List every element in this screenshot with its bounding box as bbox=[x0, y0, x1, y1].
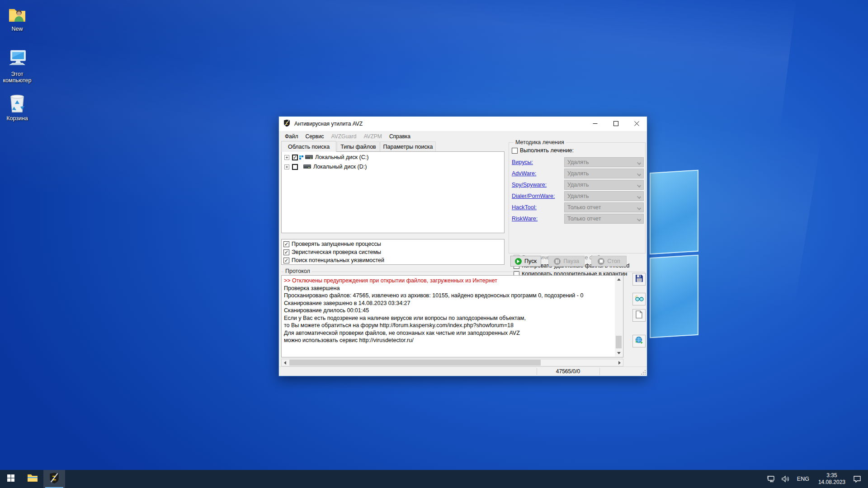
scan-option-row[interactable]: ✓ Проверять запущенные процессы bbox=[283, 240, 504, 248]
treatment-groupbox: Методика лечения Выполнять лечение: Виру… bbox=[509, 142, 646, 253]
menu-bar: Файл Сервис AVZGuard AVZPM Справка bbox=[279, 131, 647, 141]
desktop-icon-label: New bbox=[0, 26, 38, 32]
scan-option-row[interactable]: ✓ Эвристическая проверка системы bbox=[283, 249, 504, 256]
scan-option-row[interactable]: ✓ Поиск потенциальных уязвимостей bbox=[283, 257, 504, 264]
avz-shield-icon: Z bbox=[283, 119, 291, 129]
scan-option-label: Проверять запущенные процессы bbox=[292, 241, 381, 247]
user-folder-icon bbox=[0, 5, 38, 24]
dialer-pornware-link[interactable]: Dialer/PornWare: bbox=[512, 193, 555, 199]
perform-treatment-row[interactable]: Выполнять лечение: bbox=[512, 147, 574, 154]
file-explorer-taskbar-button[interactable] bbox=[22, 470, 43, 488]
resize-grip[interactable] bbox=[641, 370, 646, 375]
recycle-bin-icon bbox=[0, 93, 38, 114]
desktop-icon-label: Этот компьютер bbox=[0, 71, 38, 84]
vertical-scrollbar[interactable] bbox=[615, 276, 623, 357]
clock[interactable]: 3:35 14.08.2023 bbox=[815, 472, 849, 486]
wallpaper-light-beam bbox=[0, 0, 796, 133]
menu-help[interactable]: Справка bbox=[386, 132, 414, 141]
clock-time: 3:35 bbox=[818, 472, 845, 479]
check-processes-checkbox[interactable]: ✓ bbox=[283, 241, 289, 247]
folder-icon bbox=[27, 474, 38, 484]
horizontal-scrollbar[interactable] bbox=[281, 359, 623, 366]
scroll-down-icon[interactable] bbox=[615, 350, 623, 357]
minimize-button[interactable] bbox=[585, 117, 605, 131]
wallpaper-logo-pane bbox=[650, 255, 698, 338]
chevron-down-icon bbox=[637, 172, 641, 176]
avz-taskbar-button[interactable]: Z bbox=[43, 470, 65, 488]
perform-treatment-label: Выполнять лечение: bbox=[520, 147, 574, 154]
clear-log-button[interactable] bbox=[632, 309, 646, 322]
menu-avzguard: AVZGuard bbox=[328, 132, 360, 141]
dialer-action-select: Удалять bbox=[564, 191, 644, 201]
vulnerability-search-checkbox[interactable]: ✓ bbox=[283, 258, 289, 263]
tab-file-types[interactable]: Типы файлов bbox=[337, 141, 380, 151]
expand-plus-icon[interactable] bbox=[284, 155, 289, 160]
chevron-down-icon bbox=[637, 217, 641, 221]
action-center-icon[interactable] bbox=[851, 470, 863, 488]
menu-service[interactable]: Сервис bbox=[302, 132, 328, 141]
save-log-button[interactable] bbox=[632, 273, 646, 286]
scan-option-label: Эвристическая проверка системы bbox=[292, 249, 381, 255]
expand-plus-icon[interactable] bbox=[284, 164, 289, 169]
perform-treatment-checkbox[interactable] bbox=[512, 148, 518, 154]
log-line: Для автоматической проверки файлов, не о… bbox=[284, 329, 613, 337]
tree-item-drive-d[interactable]: Локальный диск (D:) bbox=[284, 163, 504, 171]
vertical-scroll-thumb[interactable] bbox=[616, 336, 622, 348]
tab-search-area[interactable]: Область поиска bbox=[281, 141, 336, 152]
log-line: Просканировано файлов: 47565, извлечено … bbox=[284, 292, 613, 300]
start-button-taskbar[interactable] bbox=[0, 470, 22, 488]
web-service-button[interactable] bbox=[632, 335, 646, 347]
advware-action-select: Удалять bbox=[564, 169, 644, 178]
taskbar: Z ENG 3:35 14.08.2023 bbox=[0, 470, 868, 488]
desktop-icon-this-pc[interactable]: Этот компьютер bbox=[0, 49, 38, 84]
globe-sync-icon bbox=[635, 336, 643, 346]
avz-shield-icon: Z bbox=[48, 472, 60, 486]
heuristic-check-checkbox[interactable]: ✓ bbox=[283, 249, 289, 255]
menu-file[interactable]: Файл bbox=[281, 132, 302, 141]
close-button[interactable] bbox=[626, 117, 647, 131]
network-icon[interactable] bbox=[764, 470, 777, 488]
pause-icon bbox=[554, 258, 561, 265]
scroll-up-icon[interactable] bbox=[615, 276, 623, 283]
tree-item-drive-c[interactable]: ✓ Локальный диск (C:) bbox=[284, 153, 504, 161]
status-bar: 47565/0/0 bbox=[279, 366, 647, 376]
log-line: Сканирование длилось 00:01:45 bbox=[284, 307, 613, 314]
partial-selection-icon bbox=[299, 155, 303, 160]
desktop-icon-label: Корзина bbox=[0, 115, 38, 122]
play-icon bbox=[515, 258, 522, 265]
volume-icon[interactable] bbox=[779, 470, 792, 488]
language-indicator[interactable]: ENG bbox=[793, 476, 813, 482]
view-log-button[interactable] bbox=[632, 293, 646, 305]
desktop-icon-recycle-bin[interactable]: Корзина bbox=[0, 93, 38, 122]
scroll-right-icon[interactable] bbox=[616, 359, 623, 366]
maximize-button[interactable] bbox=[605, 117, 626, 131]
log-line: Сканирование завершено в 14.08.2023 03:3… bbox=[284, 300, 613, 307]
protocol-title: Протокол bbox=[283, 268, 312, 274]
desktop-icon-new[interactable]: New bbox=[0, 5, 38, 32]
log-line: можно использовать сервис http://virusde… bbox=[284, 337, 613, 344]
riskware-link[interactable]: RiskWare: bbox=[512, 216, 538, 222]
start-button[interactable]: Пуск bbox=[510, 256, 541, 267]
protocol-log[interactable]: >> Отключены предупреждения при открытии… bbox=[281, 275, 623, 357]
stop-icon bbox=[598, 258, 604, 265]
viruses-link[interactable]: Вирусы: bbox=[512, 159, 533, 165]
viruses-action-select: Удалять bbox=[564, 157, 644, 167]
tab-search-params[interactable]: Параметры поиска bbox=[380, 141, 436, 151]
riskware-action-select: Только отчет bbox=[564, 214, 644, 224]
protocol-group-line bbox=[281, 272, 645, 272]
advware-link[interactable]: AdvWare: bbox=[512, 170, 536, 177]
windows-logo-icon bbox=[7, 474, 14, 483]
hacktool-link[interactable]: HackTool: bbox=[512, 204, 537, 211]
spyware-link[interactable]: Spy/Spyware: bbox=[512, 182, 547, 188]
disk-drive-icon bbox=[303, 164, 311, 170]
glasses-icon bbox=[635, 295, 644, 304]
drive-c-checkbox[interactable]: ✓ bbox=[292, 155, 298, 160]
blank-document-icon bbox=[636, 310, 642, 320]
log-line: то Вы можете обратиться на форум http://… bbox=[284, 322, 613, 329]
scroll-left-icon[interactable] bbox=[282, 359, 288, 366]
horizontal-scroll-thumb[interactable] bbox=[289, 360, 541, 366]
drive-d-checkbox[interactable] bbox=[292, 164, 298, 170]
stop-button: Стоп bbox=[591, 256, 627, 267]
tree-item-label: Локальный диск (D:) bbox=[313, 164, 367, 170]
clock-date: 14.08.2023 bbox=[818, 479, 845, 486]
